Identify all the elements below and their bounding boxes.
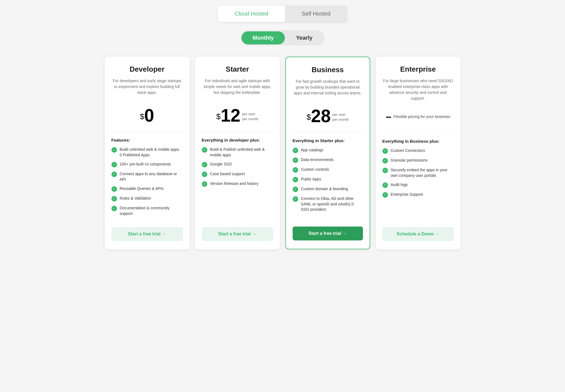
check-icon: ✓ [382, 148, 388, 154]
list-item: ✓ Enterprise Support [382, 192, 454, 198]
enterprise-price: – Flexible pricing for your business [382, 107, 454, 126]
enterprise-features-list: ✓ Custom Connectors ✓ Granular permissio… [382, 148, 454, 220]
check-icon: ✓ [382, 168, 388, 173]
list-item: ✓ Rules & Validation [111, 196, 183, 202]
starter-cta-button[interactable]: Start a free trial → [202, 227, 273, 241]
list-item: ✓ Custom Connectors [382, 148, 454, 154]
check-icon: ✓ [111, 147, 117, 153]
list-item: ✓ Build & Publish unlimited web & mobile… [202, 147, 273, 158]
list-item: ✓ Securely embed the apps in your own co… [382, 167, 454, 178]
business-features-list: ✓ App catalogs ✓ Data environments ✓ Cus… [293, 147, 363, 220]
card-starter: Starter For individuals and agile startu… [195, 57, 280, 249]
list-item: ✓ Granular permissions [382, 158, 454, 164]
feature-text: Documentation & community support [120, 205, 183, 216]
enterprise-features-heading: Everything in Business plus: [382, 139, 454, 144]
business-title: Business [293, 66, 363, 74]
check-icon: ✓ [293, 148, 298, 153]
list-item: ✓ Connect apps to any database or API [111, 171, 183, 182]
check-icon: ✓ [202, 147, 207, 153]
page-wrapper: Cloud Hosted Self Hosted Monthly Yearly … [102, 6, 463, 249]
hosting-tab-container: Cloud Hosted Self Hosted [218, 6, 347, 22]
business-currency: $ [307, 113, 311, 122]
check-icon: ✓ [293, 177, 298, 182]
feature-text: Custom Connectors [391, 148, 425, 154]
starter-title: Starter [202, 65, 273, 74]
enterprise-cta-button[interactable]: Schedule a Demo → [382, 227, 454, 241]
check-icon: ✓ [111, 196, 117, 202]
check-icon: ✓ [293, 157, 298, 163]
starter-amount: 12 [221, 107, 240, 124]
feature-text: 100+ pre-built UI components [120, 162, 171, 167]
developer-title: Developer [111, 65, 183, 74]
developer-description: For developers and early stage startups … [111, 78, 183, 100]
check-icon: ✓ [202, 162, 207, 167]
feature-text: Public Apps [301, 177, 321, 182]
feature-text: Case based support [210, 171, 245, 177]
feature-text: Audit logs [391, 182, 408, 188]
card-enterprise: Enterprise For large businesses who need… [376, 57, 461, 249]
list-item: ✓ Audit logs [382, 182, 454, 188]
developer-features-list: ✓ Build unlimited web & mobile apps. 0 P… [111, 147, 183, 220]
list-item: ✓ Custom domain & branding [293, 186, 363, 192]
feature-text: Granular permissions [391, 158, 428, 163]
feature-text: Reusable Queries & APIs [120, 186, 164, 192]
enterprise-title: Enterprise [382, 65, 454, 74]
check-icon: ✓ [111, 206, 117, 211]
billing-toggle-container: Monthly Yearly [240, 30, 325, 46]
card-developer: Developer For developers and early stage… [105, 57, 190, 249]
feature-text: Data environments [301, 157, 334, 163]
check-icon: ✓ [111, 172, 117, 177]
enterprise-dash: – [386, 111, 391, 122]
check-icon: ✓ [202, 172, 207, 177]
check-icon: ✓ [111, 162, 117, 167]
feature-text: Google SSO [210, 162, 232, 167]
hosting-tabs-section: Cloud Hosted Self Hosted [102, 6, 463, 22]
business-divider [293, 132, 363, 133]
developer-divider [111, 132, 183, 132]
enterprise-description: For large businesses who need SSO/AD ena… [382, 78, 454, 101]
check-icon: ✓ [293, 167, 298, 173]
feature-text: Custom controls [301, 167, 329, 172]
developer-amount: 0 [144, 107, 154, 124]
list-item: ✓ Public Apps [293, 177, 363, 182]
business-features-heading: Everything in Starter plus: [293, 138, 363, 143]
feature-text: Connect to Okta, AD and other SAML or op… [301, 196, 363, 212]
toggle-monthly[interactable]: Monthly [242, 31, 285, 44]
check-icon: ✓ [382, 158, 388, 164]
developer-cta-button[interactable]: Start a free trial → [111, 227, 183, 241]
developer-currency: $ [140, 112, 144, 121]
business-price: $ 28 per userper month [293, 106, 363, 126]
business-period: per userper month [332, 112, 349, 122]
list-item: ✓ App catalogs [293, 147, 363, 153]
developer-price: $ 0 [111, 106, 183, 125]
starter-description: For individuals and agile startups with … [202, 78, 273, 100]
feature-text: App catalogs [301, 147, 323, 153]
feature-text: Enterprise Support [391, 192, 423, 197]
enterprise-divider [382, 133, 454, 133]
business-cta-button[interactable]: Start a free trial → [293, 227, 363, 240]
list-item: ✓ Build unlimited web & mobile apps. 0 P… [111, 147, 183, 158]
list-item: ✓ 100+ pre-built UI components [111, 162, 183, 167]
business-description: For fast-growth scaleups that want to gr… [293, 79, 363, 101]
check-icon: ✓ [382, 192, 388, 198]
tab-self-hosted[interactable]: Self Hosted [285, 6, 347, 22]
feature-text: Rules & Validation [120, 196, 151, 201]
list-item: ✓ Connect to Okta, AD and other SAML or … [293, 196, 363, 212]
feature-text: Version Release and history [210, 181, 258, 187]
check-icon: ✓ [382, 182, 388, 188]
check-icon: ✓ [111, 186, 117, 192]
check-icon: ✓ [293, 187, 298, 192]
starter-period: per userper month [242, 112, 258, 122]
starter-features-heading: Everything in developer plus: [202, 138, 273, 142]
tab-cloud-hosted[interactable]: Cloud Hosted [218, 6, 285, 22]
feature-text: Build & Publish unlimited web & mobile a… [210, 147, 273, 158]
toggle-yearly[interactable]: Yearly [285, 31, 323, 44]
feature-text: Build unlimited web & mobile apps. 0 Pub… [120, 147, 183, 158]
list-item: ✓ Data environments [293, 157, 363, 163]
list-item: ✓ Documentation & community support [111, 205, 183, 216]
check-icon: ✓ [202, 181, 207, 187]
billing-toggle-section: Monthly Yearly [102, 30, 463, 46]
starter-features-list: ✓ Build & Publish unlimited web & mobile… [202, 147, 273, 220]
card-business: Business For fast-growth scaleups that w… [285, 57, 370, 249]
feature-text: Connect apps to any database or API [120, 171, 183, 182]
